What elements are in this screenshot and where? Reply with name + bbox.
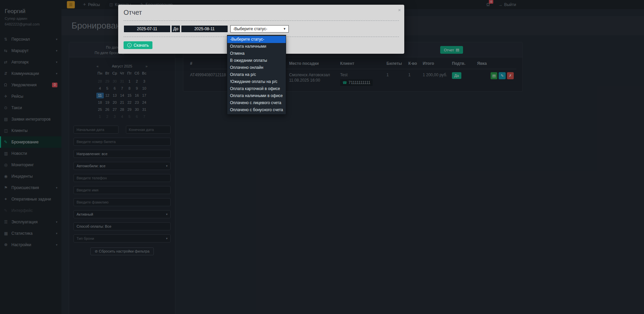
status-option[interactable]: В ожидании оплаты xyxy=(227,57,286,64)
status-option[interactable]: Оплата наличными xyxy=(227,43,286,50)
modal-title: Отчет xyxy=(124,9,399,16)
status-option[interactable]: -Выберите статус- xyxy=(227,36,286,43)
status-option[interactable]: Оплачено с бонусного счета xyxy=(227,106,286,114)
chevron-down-icon: ▼ xyxy=(283,27,286,31)
report-date-from-input[interactable]: 2025-07-11 xyxy=(124,25,171,33)
status-dropdown: -Выберите статус-Оплата наличнымиОтменаВ… xyxy=(227,35,286,115)
status-option[interactable]: Отмена xyxy=(227,50,286,57)
status-option[interactable]: !Ожидание оплаты на р/с xyxy=(227,78,286,85)
between-label: До xyxy=(171,25,180,33)
download-report-button[interactable]: ↓ Скачать xyxy=(124,41,152,49)
status-option[interactable]: Оплачено с лицевого счета xyxy=(227,99,286,106)
divider xyxy=(124,20,399,21)
status-option[interactable]: Оплата наличными в офисе xyxy=(227,92,286,99)
status-option[interactable]: Оплата карточкой в офисе xyxy=(227,85,286,92)
report-status-select[interactable]: -Выберите статус- ▼ xyxy=(230,25,289,33)
modal-controls: 2025-07-11 До 2025-08-11 -Выберите стату… xyxy=(124,25,399,33)
close-icon[interactable]: × xyxy=(398,7,401,13)
report-date-to-input[interactable]: 2025-08-11 xyxy=(181,25,228,33)
report-modal: Отчет × 2025-07-11 До 2025-08-11 -Выбери… xyxy=(118,5,404,54)
download-icon: ↓ xyxy=(127,43,132,47)
status-option[interactable]: Оплачено онлайн xyxy=(227,64,286,71)
status-option[interactable]: Оплата на р/с xyxy=(227,71,286,78)
